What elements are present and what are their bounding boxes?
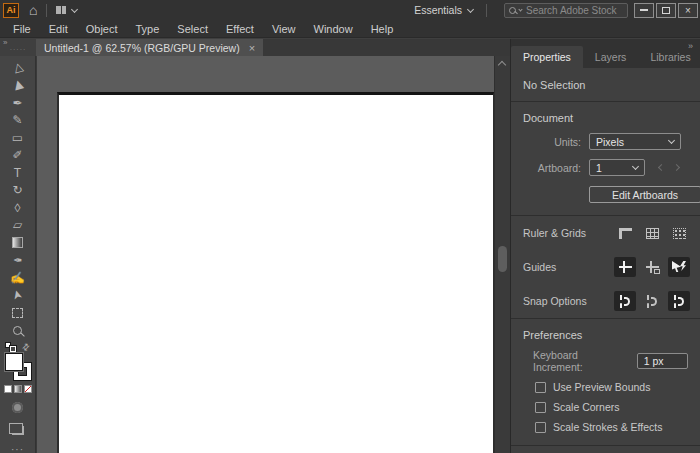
workspace-switcher[interactable]: Essentials: [410, 4, 477, 16]
edit-artboards-button[interactable]: Edit Artboards: [589, 186, 700, 203]
pen-tool-icon: ✒: [12, 97, 22, 109]
toolbar-grip-icon[interactable]: ·····: [0, 46, 36, 54]
symbol-sprayer-tool-icon: ✍: [10, 272, 25, 284]
menu-file[interactable]: File: [4, 23, 40, 35]
lock-guides-icon: [646, 261, 659, 273]
menu-help[interactable]: Help: [362, 23, 403, 35]
zoom-tool[interactable]: [5, 322, 31, 340]
document-area: » ····· Untitled-1 @ 62.57% (RGB/GPU Pre…: [0, 39, 510, 453]
artboard[interactable]: [57, 92, 494, 453]
use-preview-bounds-checkbox[interactable]: [535, 382, 546, 393]
tab-properties[interactable]: Properties: [511, 46, 583, 68]
scale-tool[interactable]: ▱: [5, 217, 31, 235]
canvas[interactable]: [37, 56, 510, 453]
arrange-documents-icon[interactable]: [56, 6, 66, 14]
ruler-grids-label: Ruler & Grids: [523, 227, 609, 239]
gradient-swatch-button[interactable]: [14, 385, 22, 393]
scale-strokes-effects-checkbox[interactable]: [535, 422, 546, 433]
keyboard-increment-input[interactable]: 1 px: [637, 353, 688, 369]
search-input[interactable]: Search Adobe Stock: [504, 3, 628, 18]
artboard-tool[interactable]: [5, 304, 31, 322]
snap-to-grid-button[interactable]: [614, 291, 636, 311]
none-swatch-button[interactable]: [24, 385, 32, 393]
tab-close-icon[interactable]: ×: [249, 42, 255, 54]
paintbrush-tool-icon: ✐: [12, 149, 22, 161]
color-swatch-button[interactable]: [4, 385, 12, 393]
chevron-down-icon: [668, 137, 675, 144]
tab-layers[interactable]: Layers: [583, 46, 639, 68]
document-tab-strip: » ····· Untitled-1 @ 62.57% (RGB/GPU Pre…: [0, 39, 510, 56]
gradient-tool-icon: [12, 237, 23, 248]
more-tools-button[interactable]: ···: [11, 444, 24, 453]
shape-builder-tool[interactable]: ➤: [5, 287, 31, 305]
show-rulers-button[interactable]: [614, 223, 636, 243]
snap-options-row: Snap Options: [511, 284, 700, 318]
fill-swatch[interactable]: [5, 353, 23, 371]
pixel-grid-button[interactable]: [668, 223, 690, 243]
default-fill-stroke-button[interactable]: [5, 342, 16, 352]
menu-bar: File Edit Object Type Select Effect View…: [0, 20, 700, 38]
screen-mode-button[interactable]: [12, 426, 24, 435]
chevron-down-icon[interactable]: [71, 5, 78, 12]
scale-corners-checkbox[interactable]: [535, 402, 546, 413]
rectangle-tool[interactable]: ▭: [5, 129, 31, 147]
fill-stroke-control: [4, 353, 31, 380]
minimize-button[interactable]: [634, 3, 654, 18]
lock-guides-button[interactable]: [641, 257, 663, 277]
gradient-tool[interactable]: [5, 234, 31, 252]
show-grid-button[interactable]: [641, 223, 663, 243]
rotate-tool-icon: ↻: [12, 184, 22, 196]
type-tool[interactable]: T: [5, 164, 31, 182]
ruler-icon: [619, 228, 632, 239]
shape-builder-tool-icon: ➤: [10, 289, 24, 302]
snap-to-pixel-button[interactable]: [641, 291, 663, 311]
menu-window[interactable]: Window: [305, 23, 362, 35]
pen-tool[interactable]: ✒: [5, 94, 31, 112]
symbol-sprayer-tool[interactable]: ✍: [5, 269, 31, 287]
drawing-modes-button[interactable]: [12, 402, 23, 413]
paintbrush-tool[interactable]: ✐: [5, 147, 31, 165]
eraser-tool[interactable]: ◊: [5, 199, 31, 217]
grid-icon: [646, 228, 659, 239]
tab-libraries[interactable]: Libraries: [638, 46, 700, 68]
keyboard-increment-label: Keyboard Increment:: [533, 349, 629, 373]
ruler-grids-row: Ruler & Grids: [511, 216, 700, 250]
maximize-icon: [662, 7, 670, 14]
maximize-button[interactable]: [656, 3, 676, 18]
smart-guides-button[interactable]: [668, 257, 690, 277]
eyedropper-tool[interactable]: ✒: [5, 252, 31, 270]
previous-artboard-icon[interactable]: [658, 164, 665, 171]
next-artboard-icon[interactable]: [673, 164, 680, 171]
chevron-down-icon: [518, 7, 522, 11]
artboard-select[interactable]: 1: [589, 159, 645, 176]
swap-fill-stroke-icon[interactable]: ⇄: [20, 340, 32, 352]
scale-strokes-effects-label: Scale Strokes & Effects: [553, 421, 663, 433]
direct-selection-tool-icon: ▶: [11, 79, 25, 91]
curvature-tool[interactable]: ✎: [5, 112, 31, 130]
scrollbar-thumb[interactable]: [498, 246, 507, 272]
menu-view[interactable]: View: [263, 23, 305, 35]
document-tab[interactable]: Untitled-1 @ 62.57% (RGB/GPU Preview) ×: [36, 39, 263, 56]
close-icon: ×: [685, 5, 691, 16]
scroll-up-icon[interactable]: [498, 61, 506, 69]
snap-to-point-button[interactable]: [668, 291, 690, 311]
guides-row: Guides: [511, 250, 700, 284]
app-logo-icon[interactable]: Ai: [3, 3, 19, 18]
direct-selection-tool[interactable]: ▶: [5, 77, 31, 95]
home-icon[interactable]: ⌂: [29, 3, 37, 17]
selection-tool[interactable]: ▷: [5, 59, 31, 77]
document-tab-title: Untitled-1 @ 62.57% (RGB/GPU Preview): [44, 42, 240, 54]
menu-effect[interactable]: Effect: [217, 23, 263, 35]
vertical-scrollbar[interactable]: [494, 56, 510, 453]
menu-type[interactable]: Type: [127, 23, 169, 35]
toolbar-expand-icon[interactable]: »: [0, 39, 36, 46]
menu-object[interactable]: Object: [77, 23, 127, 35]
menu-edit[interactable]: Edit: [40, 23, 77, 35]
show-guides-button[interactable]: [614, 257, 636, 277]
units-select[interactable]: Pixels: [589, 133, 681, 150]
menu-select[interactable]: Select: [168, 23, 217, 35]
close-button[interactable]: ×: [678, 3, 698, 18]
separator: [46, 4, 47, 17]
rotate-tool[interactable]: ↻: [5, 182, 31, 200]
artboard-value: 1: [596, 162, 602, 174]
